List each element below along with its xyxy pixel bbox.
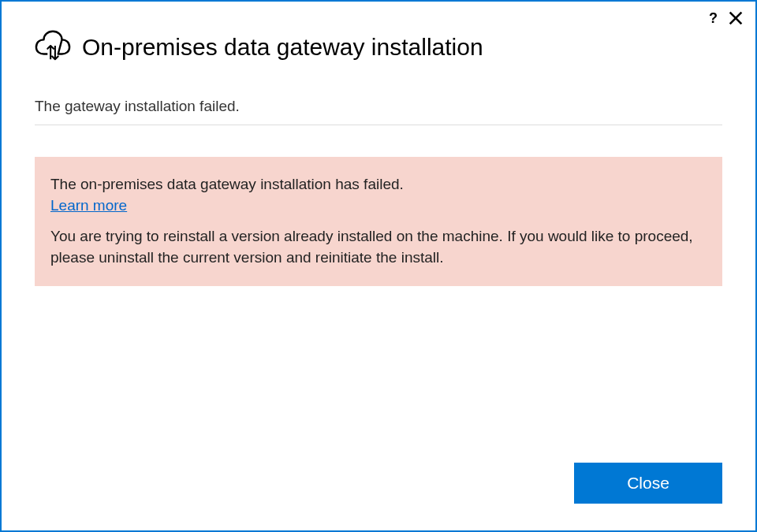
close-button[interactable]: Close [574,463,722,504]
error-panel: The on-premises data gateway installatio… [35,157,722,286]
learn-more-link[interactable]: Learn more [50,197,127,214]
close-icon[interactable] [727,9,744,27]
installer-dialog: ? On-premises data gateway installation … [0,0,757,532]
error-detail: You are trying to reinstall a version al… [50,225,707,269]
status-message: The gateway installation failed. [35,98,722,125]
dialog-title: On-premises data gateway installation [82,34,483,61]
error-title: The on-premises data gateway installatio… [50,174,707,195]
dialog-header: On-premises data gateway installation [2,2,755,66]
titlebar-controls: ? [709,9,744,27]
help-icon[interactable]: ? [709,11,718,25]
dialog-footer: Close [2,463,755,530]
cloud-gateway-icon [35,28,71,66]
